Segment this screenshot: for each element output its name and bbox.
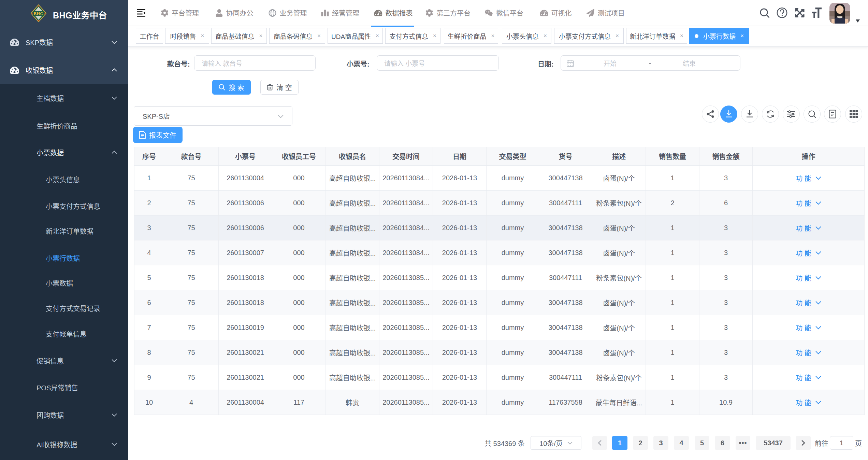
svg-text:BHG: BHG bbox=[34, 11, 44, 16]
